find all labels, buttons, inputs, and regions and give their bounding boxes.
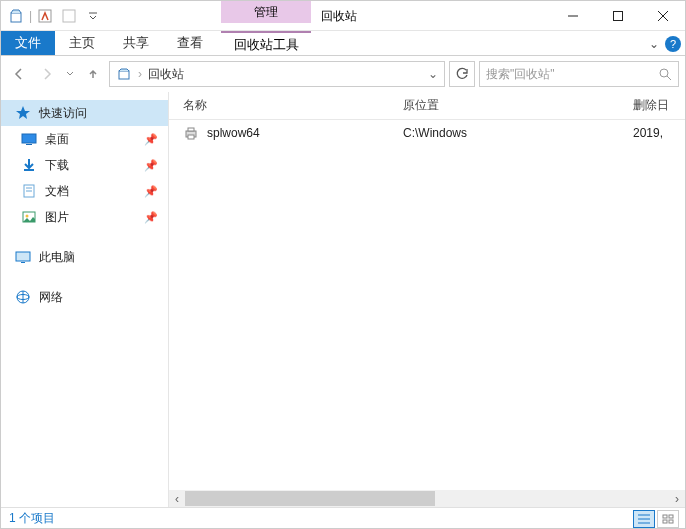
sidebar-item-documents[interactable]: 文档 📌 xyxy=(1,178,168,204)
monitor-icon xyxy=(15,249,31,265)
scroll-right-icon[interactable]: › xyxy=(669,490,685,507)
svg-rect-7 xyxy=(119,71,129,79)
back-button[interactable] xyxy=(7,62,31,86)
desktop-icon xyxy=(21,131,37,147)
navigation-row: › 回收站 ⌄ xyxy=(1,56,685,92)
sidebar-item-label: 此电脑 xyxy=(39,249,75,266)
contextual-tab-header: 管理 xyxy=(221,1,311,23)
breadcrumb-separator-icon: › xyxy=(138,67,142,81)
status-item-count: 1 个项目 xyxy=(9,510,55,527)
tab-recycle-bin-tools[interactable]: 回收站工具 xyxy=(221,31,311,56)
main-area: 快速访问 桌面 📌 下载 📌 文档 📌 图片 📌 xyxy=(1,92,685,507)
svg-point-17 xyxy=(26,215,29,218)
sidebar-network[interactable]: 网络 xyxy=(1,284,168,310)
list-item[interactable]: splwow64 C:\Windows 2019, xyxy=(169,120,685,146)
svg-rect-19 xyxy=(21,262,25,263)
recent-locations-button[interactable] xyxy=(63,62,77,86)
download-icon xyxy=(21,157,37,173)
scroll-thumb[interactable] xyxy=(185,491,435,506)
navigation-pane: 快速访问 桌面 📌 下载 📌 文档 📌 图片 📌 xyxy=(1,92,169,507)
sidebar-item-downloads[interactable]: 下载 📌 xyxy=(1,152,168,178)
svg-rect-4 xyxy=(613,12,622,21)
address-dropdown-icon[interactable]: ⌄ xyxy=(428,67,438,81)
details-view-button[interactable] xyxy=(633,510,655,528)
column-headers: 名称 原位置 删除日 xyxy=(169,92,685,120)
pin-icon: 📌 xyxy=(144,211,158,224)
sidebar-item-label: 快速访问 xyxy=(39,105,87,122)
sidebar-item-label: 文档 xyxy=(45,183,69,200)
close-button[interactable] xyxy=(640,1,685,31)
window-controls xyxy=(550,1,685,31)
ribbon-expand-icon[interactable]: ⌄ xyxy=(649,37,659,51)
star-icon xyxy=(15,105,31,121)
tab-view[interactable]: 查看 xyxy=(163,31,217,55)
svg-rect-31 xyxy=(663,520,667,523)
qat-unknown-icon[interactable] xyxy=(58,5,80,27)
properties-icon[interactable] xyxy=(34,5,56,27)
scroll-left-icon[interactable]: ‹ xyxy=(169,490,185,507)
svg-rect-24 xyxy=(188,128,194,131)
svg-line-9 xyxy=(667,76,671,80)
svg-rect-11 xyxy=(26,144,32,145)
svg-rect-32 xyxy=(669,520,673,523)
document-icon xyxy=(21,183,37,199)
horizontal-scrollbar[interactable]: ‹ › xyxy=(169,490,685,507)
large-icons-view-button[interactable] xyxy=(657,510,679,528)
file-list: splwow64 C:\Windows 2019, xyxy=(169,120,685,490)
recycle-bin-icon[interactable] xyxy=(5,5,27,27)
forward-button[interactable] xyxy=(35,62,59,86)
column-header-name[interactable]: 名称 xyxy=(183,97,403,114)
sidebar-item-label: 图片 xyxy=(45,209,69,226)
search-input[interactable] xyxy=(486,67,658,81)
svg-point-8 xyxy=(660,69,668,77)
recycle-bin-small-icon xyxy=(116,66,132,82)
pin-icon: 📌 xyxy=(144,185,158,198)
content-pane: 名称 原位置 删除日 splwow64 C:\Windows 2019, ‹ › xyxy=(169,92,685,507)
network-icon xyxy=(15,289,31,305)
ribbon-tabs: 文件 主页 共享 查看 回收站工具 ⌄ ? xyxy=(1,31,685,56)
sidebar-item-pictures[interactable]: 图片 📌 xyxy=(1,204,168,230)
sidebar-item-label: 下载 xyxy=(45,157,69,174)
sidebar-this-pc[interactable]: 此电脑 xyxy=(1,244,168,270)
status-bar: 1 个项目 xyxy=(1,507,685,529)
file-date: 2019, xyxy=(633,126,685,140)
svg-rect-30 xyxy=(669,515,673,518)
search-box[interactable] xyxy=(479,61,679,87)
picture-icon xyxy=(21,209,37,225)
pin-icon: 📌 xyxy=(144,159,158,172)
breadcrumb[interactable]: 回收站 xyxy=(148,66,184,83)
address-bar[interactable]: › 回收站 ⌄ xyxy=(109,61,445,87)
sidebar-item-desktop[interactable]: 桌面 📌 xyxy=(1,126,168,152)
svg-rect-10 xyxy=(22,134,36,143)
svg-rect-18 xyxy=(16,252,30,261)
svg-rect-29 xyxy=(663,515,667,518)
up-button[interactable] xyxy=(81,62,105,86)
help-icon[interactable]: ? xyxy=(665,36,681,52)
window-title: 回收站 xyxy=(321,1,357,31)
sidebar-item-label: 桌面 xyxy=(45,131,69,148)
title-bar: | 管理 回收站 xyxy=(1,1,685,31)
file-location: C:\Windows xyxy=(403,126,633,140)
minimize-button[interactable] xyxy=(550,1,595,31)
sidebar-item-label: 网络 xyxy=(39,289,63,306)
file-tab[interactable]: 文件 xyxy=(1,31,55,55)
quick-access-toolbar: | xyxy=(1,5,108,27)
svg-rect-25 xyxy=(188,135,194,139)
tab-home[interactable]: 主页 xyxy=(55,31,109,55)
column-header-date-deleted[interactable]: 删除日 xyxy=(633,97,685,114)
column-header-location[interactable]: 原位置 xyxy=(403,97,633,114)
svg-rect-0 xyxy=(11,13,21,22)
tab-share[interactable]: 共享 xyxy=(109,31,163,55)
file-name: splwow64 xyxy=(207,126,260,140)
pin-icon: 📌 xyxy=(144,133,158,146)
qat-dropdown-icon[interactable] xyxy=(82,5,104,27)
maximize-button[interactable] xyxy=(595,1,640,31)
sidebar-quick-access[interactable]: 快速访问 xyxy=(1,100,168,126)
search-icon[interactable] xyxy=(658,67,672,81)
refresh-button[interactable] xyxy=(449,61,475,87)
qat-separator: | xyxy=(29,9,32,23)
svg-rect-2 xyxy=(63,10,75,22)
printer-icon xyxy=(183,125,199,141)
